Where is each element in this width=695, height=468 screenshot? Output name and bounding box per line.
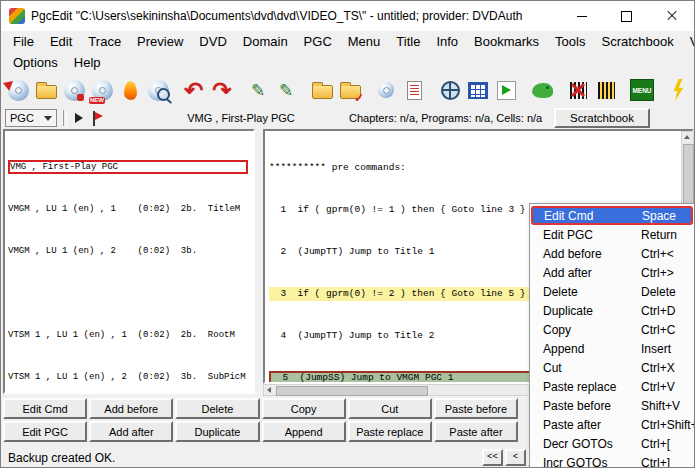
save-dvd-button[interactable] (60, 76, 88, 104)
cut-button[interactable]: Cut (348, 398, 432, 419)
undo-button[interactable]: ↶ (180, 76, 208, 104)
lightning-button[interactable] (664, 76, 692, 104)
context-duplicate[interactable]: DuplicateCtrl+D (530, 301, 694, 320)
scratchbook-button[interactable]: Scratchbook (554, 108, 650, 128)
menu-grid-button[interactable]: MENU (628, 76, 656, 104)
menu-options[interactable]: Options (5, 54, 66, 71)
append-button[interactable]: Append (262, 421, 346, 442)
first-button[interactable]: << (482, 449, 503, 466)
menu-trace[interactable]: Trace (80, 33, 129, 50)
context-paste-after[interactable]: Paste afterCtrl+Shift+V (530, 415, 694, 434)
edit-cmd-button[interactable]: Edit Cmd (3, 398, 87, 419)
menu-bookmarks[interactable]: Bookmarks (466, 33, 547, 50)
redo-button[interactable]: ↷ (208, 76, 236, 104)
trace-pen-alt-button[interactable]: ✎ (272, 76, 300, 104)
pgc-list-item[interactable]: VTSM 1 , LU 1 (en) , 2 (0:02) 3b. SubPic… (8, 370, 253, 384)
scroll-thumb[interactable] (276, 386, 428, 396)
window-controls (559, 1, 694, 31)
open-dvd-button[interactable] (4, 76, 32, 104)
pgc-selector[interactable]: PGC (5, 109, 57, 127)
check-icon: ✓ (354, 92, 364, 104)
paste-replace-button[interactable]: Paste replace (348, 421, 432, 442)
new-dvd-button[interactable]: NEW (88, 76, 116, 104)
context-paste-replace[interactable]: Paste replaceCtrl+V (530, 377, 694, 396)
menu-item-shortcut: Ctrl+> (641, 266, 674, 280)
disc-info-button[interactable] (372, 76, 400, 104)
edit-pgc-button[interactable]: Edit PGC (3, 421, 87, 442)
delete-button[interactable]: Delete (175, 398, 259, 419)
pgc-list-item-selected[interactable]: VMG , First-Play PGC (8, 160, 248, 174)
close-icon (666, 10, 678, 22)
menu-menu[interactable]: Menu (340, 33, 389, 50)
copy-button[interactable]: Copy (262, 398, 346, 419)
add-before-button[interactable]: Add before (89, 398, 173, 419)
menu-preview[interactable]: Preview (129, 33, 191, 50)
duplicate-button[interactable]: Duplicate (175, 421, 259, 442)
trace-dragon-button[interactable] (528, 76, 556, 104)
context-decr-gotos[interactable]: Decr GOTOsCtrl+[ (530, 434, 694, 453)
next-pgc-button[interactable] (71, 110, 87, 126)
folder-button[interactable] (308, 76, 336, 104)
burn-button[interactable] (116, 76, 144, 104)
pgc-list-item[interactable]: VTSM 1 , LU 1 (en) , 1 (0:02) 2b. RootM (8, 328, 253, 342)
menu-item-shortcut: Ctrl+V (641, 380, 675, 394)
context-edit-pgc[interactable]: Edit PGCReturn (530, 225, 694, 244)
menu-domain[interactable]: Domain (235, 33, 296, 50)
preview-disc-button[interactable] (144, 76, 172, 104)
scroll-up-icon[interactable] (682, 132, 692, 142)
lba-bars-button[interactable] (592, 76, 620, 104)
menu-row-1: File Edit Trace Preview DVD Domain PGC M… (1, 31, 694, 52)
menu-dvd[interactable]: DVD (191, 33, 234, 50)
lba-clear-button[interactable] (564, 76, 592, 104)
pgc-list-item[interactable]: VMGM , LU 1 (en) , 1 (0:02) 2b. TitleM (8, 202, 253, 216)
trace-pen-button[interactable]: ✎ (244, 76, 272, 104)
red-dot-icon (77, 94, 84, 101)
context-edit-cmd[interactable]: Edit CmdSpace (531, 206, 693, 225)
bookmark-flag-icon[interactable] (91, 111, 103, 126)
globe-icon (441, 81, 460, 100)
play-preview-button[interactable] (492, 76, 520, 104)
close-button[interactable] (649, 1, 694, 31)
domain-grid-button[interactable] (464, 76, 492, 104)
folder-check-button[interactable]: ✓ (336, 76, 364, 104)
log-page-icon (407, 81, 422, 100)
add-after-button[interactable]: Add after (89, 421, 173, 442)
menu-info[interactable]: Info (428, 33, 466, 50)
lightning-icon (671, 79, 686, 101)
scroll-left-icon[interactable] (264, 385, 274, 395)
log-page-button[interactable] (400, 76, 428, 104)
menu-edit[interactable]: Edit (42, 33, 80, 50)
globe-button[interactable] (436, 76, 464, 104)
paste-after-button[interactable]: Paste after (434, 421, 518, 442)
menu-view[interactable]: View (682, 33, 695, 50)
maximize-button[interactable] (604, 1, 649, 31)
menu-tools[interactable]: Tools (547, 33, 593, 50)
context-paste-before[interactable]: Paste beforeShift+V (530, 396, 694, 415)
menu-pgc[interactable]: PGC (296, 33, 340, 50)
context-append[interactable]: AppendInsert (530, 339, 694, 358)
open-folder-button[interactable] (32, 76, 60, 104)
context-incr-gotos[interactable]: Incr GOTOsCtrl+] (530, 453, 694, 468)
context-copy[interactable]: CopyCtrl+C (530, 320, 694, 339)
menu-item-label: Add after (543, 266, 592, 280)
context-add-after[interactable]: Add afterCtrl+> (530, 263, 694, 282)
context-delete[interactable]: DeleteDelete (530, 282, 694, 301)
menu-item-shortcut: Return (641, 228, 677, 242)
paste-before-button[interactable]: Paste before (434, 398, 518, 419)
pgc-list-panel: VMG , First-Play PGC VMGM , LU 1 (en) , … (3, 129, 255, 394)
menu-item-label: Append (543, 342, 584, 356)
menu-help[interactable]: Help (66, 54, 109, 71)
context-cut[interactable]: CutCtrl+X (530, 358, 694, 377)
current-pgc-label: VMG , First-Play PGC (161, 112, 321, 124)
prev-button[interactable]: < (505, 449, 526, 466)
menu-item-shortcut: Ctrl+C (641, 323, 675, 337)
menu-title[interactable]: Title (388, 33, 428, 50)
menu-file[interactable]: File (5, 33, 42, 50)
menu-item-shortcut: Space (642, 209, 676, 223)
menu-scratchbook[interactable]: Scratchbook (593, 33, 681, 50)
context-add-before[interactable]: Add beforeCtrl+< (530, 244, 694, 263)
command-line-selected[interactable]: 5 (JumpSS) Jump to VMGM PGC 1 (269, 371, 531, 384)
minimize-button[interactable] (559, 1, 604, 31)
barcode-yellow-icon (598, 82, 615, 99)
pgc-list-item[interactable]: VMGM , LU 1 (en) , 2 (0:02) 3b. (8, 244, 253, 258)
